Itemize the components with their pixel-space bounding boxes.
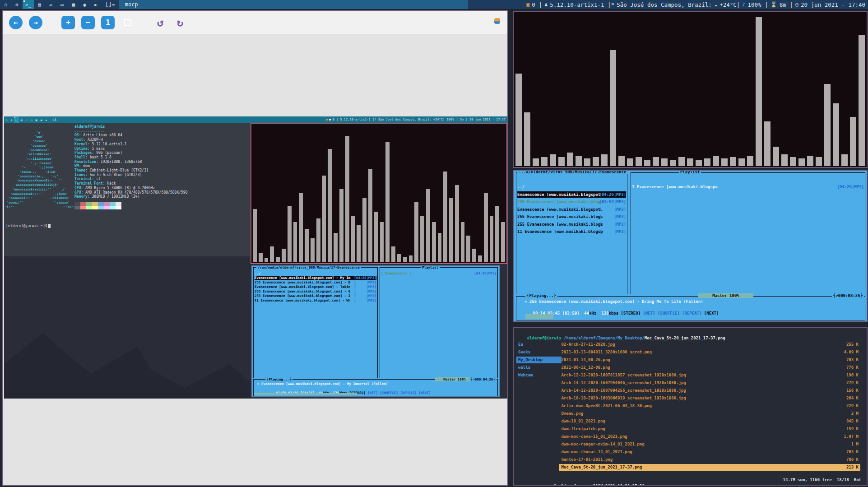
ranger-file-row[interactable]: Arch-18-10-2020-1603066919_screenshot_19… bbox=[559, 395, 860, 402]
rotate-left-button[interactable]: ↺ bbox=[153, 16, 167, 29]
ranger-file-row[interactable]: dwm-moc-cava-15_01_2021.png1.97 M bbox=[559, 433, 860, 440]
moc-row[interactable]: Evanescence [www.musikaki.blogspot[04:26… bbox=[517, 191, 626, 198]
ranger-file-row[interactable]: dwm-moc-thunar-14_01_2021.png703 K bbox=[559, 449, 860, 455]
image-viewer-window[interactable]: ←→+−1↺↻ ⌂⊕>_▤▱▭▦◉► st 0 | 5.12.10-artix1… bbox=[2, 10, 508, 486]
ranger-file-size: 264 K bbox=[846, 395, 859, 402]
tag-home[interactable]: ⌂ bbox=[0, 0, 11, 9]
ranger-file-row[interactable]: Artix-dwm-OpenRC-2021-06-03_18-30.png229… bbox=[559, 403, 860, 409]
artix-ascii-logo: ' 'o' 'ooo' 'ooxoo' 'ooxxxoo' 'oookkxxoo… bbox=[5, 126, 73, 209]
cava-bar bbox=[484, 193, 488, 262]
ranger-file-row[interactable]: 2021-01-13-004911_3280x1080_scrot.png4.0… bbox=[559, 349, 860, 356]
cava-bar bbox=[541, 157, 548, 166]
ranger-file-size: 703 K bbox=[846, 357, 859, 363]
layout-symbol[interactable]: []= bbox=[102, 0, 119, 9]
moc-row[interactable]: 255 Evanescence [www.musikaki.blogs[ |MP… bbox=[517, 221, 626, 227]
cava-bar bbox=[414, 202, 418, 262]
rotate-right-button[interactable]: ↻ bbox=[173, 16, 187, 29]
forward-button[interactable]: → bbox=[29, 16, 42, 29]
shot-tag-telegram: ► bbox=[44, 116, 49, 123]
ranger-dir-My_Desktop[interactable]: My_Desktop bbox=[516, 357, 562, 363]
tag-terminal[interactable]: >_ bbox=[23, 0, 34, 9]
tag-telegram[interactable]: ► bbox=[90, 0, 102, 9]
ranger-file-row[interactable]: Arch-14-12-2020-1607954046_screenshot_19… bbox=[559, 380, 860, 386]
ranger-file-row[interactable]: Moc_Cava_St-20_jun_2021_17-37.png213 K bbox=[559, 464, 860, 471]
ranger-dir-Geeks[interactable]: Geeks bbox=[516, 349, 562, 356]
zoom-in-button[interactable]: + bbox=[61, 16, 75, 29]
ranger-file-row[interactable]: Arch-14-12-2020-1607994256_screenshot_19… bbox=[559, 387, 860, 394]
moc-row[interactable]: Evanescence [www.musikaki.blogspot.[ |MP… bbox=[517, 206, 626, 213]
cava-bar bbox=[351, 216, 355, 262]
neofetch-user-host: eldermf@jarwis bbox=[74, 125, 187, 129]
moc-row[interactable]: 255 Evanescence [www.musikaki.blogs[03:5… bbox=[517, 199, 626, 205]
ranger-file-row[interactable]: Gentoo-17-01-2021.png700 K bbox=[559, 456, 860, 463]
palette-swatch bbox=[110, 206, 116, 209]
computer-icon: ▭ bbox=[60, 2, 64, 7]
tag-camera[interactable]: ◉ bbox=[79, 0, 90, 9]
neofetch-field-value: : st bbox=[92, 177, 101, 181]
cava-bar bbox=[515, 74, 522, 166]
location-text: São José dos Campos, Brazil: bbox=[617, 1, 712, 8]
cava-bar bbox=[696, 160, 702, 166]
moc-row[interactable]: 11 Evanescence [www.musikaki.blogsp[ |MP… bbox=[517, 228, 626, 235]
back-button[interactable]: ← bbox=[9, 16, 23, 29]
ranger-file-size: 4.09 M bbox=[844, 349, 859, 356]
ranger-file-row[interactable]: Dmenu.png2 M bbox=[559, 410, 860, 417]
ranger-file-row[interactable]: dwm-flexipatch.png159 K bbox=[559, 426, 860, 432]
shot-files-icon: ▱ bbox=[26, 118, 28, 121]
ranger-window[interactable]: eldermf@jarwis /home/eldermf/Imagens/My_… bbox=[513, 327, 868, 486]
ranger-file-row[interactable]: 2021-06-12_12-08.png776 K bbox=[559, 364, 860, 371]
palette-swatch bbox=[74, 206, 80, 209]
cava-bar bbox=[299, 193, 303, 262]
cava-bar bbox=[380, 222, 384, 262]
shot-tag-documents: ▤ bbox=[19, 116, 24, 123]
ranger-file-row[interactable]: 02-Arch-27-11-2020.jpg255 K bbox=[559, 341, 860, 348]
ranger-dir-Eu[interactable]: Eu bbox=[516, 341, 562, 348]
neofetch-field-label: Theme bbox=[74, 168, 85, 172]
neofetch-field-value: : 5 mins bbox=[88, 147, 105, 151]
tag-images[interactable]: ▦ bbox=[68, 0, 79, 9]
ranger-file-row[interactable]: Arch-12-12-2020-1607811857_screenshot_19… bbox=[559, 372, 860, 379]
tag-browser[interactable]: ⊕ bbox=[11, 0, 23, 9]
clock-icon: ◷ bbox=[795, 2, 798, 7]
ranger-file-size: 845 K bbox=[846, 418, 859, 425]
moc-row[interactable]: 1 Evanescence [www.musikaki.blogspo[04:2… bbox=[632, 184, 864, 190]
cava-bar bbox=[833, 103, 839, 166]
moc-row[interactable]: ../ bbox=[517, 184, 626, 190]
images-icon: ▦ bbox=[72, 2, 75, 7]
fit-window-button[interactable] bbox=[121, 16, 135, 29]
neofetch-field-label: Icons bbox=[74, 173, 85, 177]
weather-icon: ☁ bbox=[714, 2, 717, 7]
cava-bar bbox=[816, 157, 822, 166]
cava-bar bbox=[288, 206, 292, 262]
ranger-file-size: 229 K bbox=[846, 403, 859, 409]
ranger-file-name: dwm-moc-cava-15_01_2021.png bbox=[559, 434, 627, 439]
status-segment: ▣ 0 | ♟ 5.12.10-artix1-1 |* São José dos… bbox=[468, 0, 868, 9]
shot-status-bar: ⌂⊕>_▤▱▭▦◉► st 0 | 5.12.10-artix1-1 |* Sã… bbox=[4, 116, 507, 123]
ranger-dir-walls[interactable]: walls bbox=[516, 364, 562, 371]
cava-bar bbox=[678, 157, 685, 166]
tag-files[interactable]: ▱ bbox=[45, 0, 56, 9]
ranger-file-name: 2021-01-14_00-26.png bbox=[559, 357, 610, 362]
actual-size-button[interactable]: 1 bbox=[101, 16, 115, 29]
zoom-out-button[interactable]: − bbox=[81, 16, 95, 29]
ranger-file-row[interactable]: dwm-moc-ranger-nvim-14_01_2021.png1 M bbox=[559, 441, 860, 448]
moc-current-track: > 255 Evanescence [www.musikaki.blogspot… bbox=[525, 299, 703, 304]
moc-window[interactable]: ...a/eldermf/virus_900/Música/17-Evanesc… bbox=[513, 170, 868, 322]
cava-window[interactable] bbox=[513, 11, 868, 168]
neofetch-field-label: Packages bbox=[74, 151, 92, 155]
tag-documents[interactable]: ▤ bbox=[34, 0, 45, 9]
ranger-file-name: Arch-12-12-2020-1607811857_screenshot_19… bbox=[559, 373, 686, 377]
ranger-file-row[interactable]: dwm-18_01_2021.png845 K bbox=[559, 418, 860, 425]
toolbar-more-icon[interactable] bbox=[494, 18, 500, 24]
ranger-dir-Webcam[interactable]: Webcam bbox=[516, 372, 562, 379]
ranger-file-row[interactable]: 2021-01-14_00-26.png703 K bbox=[559, 357, 860, 363]
tag-computer[interactable]: ▭ bbox=[56, 0, 68, 9]
moc-row: 255 Evanescence [www.musikaki.blogspot.c… bbox=[255, 280, 376, 285]
cava-bar bbox=[687, 158, 693, 166]
ranger-file-name: dwm-moc-thunar-14_01_2021.png bbox=[559, 450, 632, 454]
cava-bar bbox=[345, 136, 349, 262]
shot-selected-tag-indicator bbox=[14, 117, 15, 118]
moc-row[interactable]: 255 Evanescence [www.musikaki.blogs[ |MP… bbox=[517, 213, 626, 220]
terminal-icon: >_ bbox=[25, 2, 31, 7]
cava-bar bbox=[426, 189, 430, 262]
